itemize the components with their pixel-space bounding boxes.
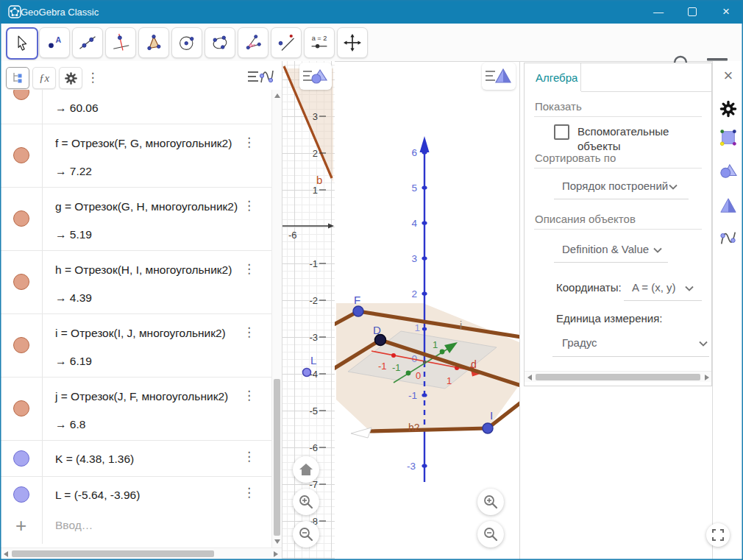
tool-polygon[interactable]	[138, 27, 169, 58]
coordinates-label: Координаты:	[556, 281, 622, 294]
object-visibility-dot[interactable]	[13, 450, 29, 467]
tool-line[interactable]	[72, 27, 103, 58]
scroll-left-arrow[interactable]	[4, 551, 8, 557]
tool-move-graphics[interactable]	[337, 27, 368, 58]
object-visibility-dot[interactable]	[13, 337, 29, 353]
scroll-right-arrow[interactable]	[705, 375, 709, 380]
panel-divider[interactable]	[519, 61, 520, 560]
svg-text:-6: -6	[309, 442, 318, 453]
sort-by-dropdown[interactable]: Порядок построений	[562, 180, 668, 192]
global-settings-button[interactable]	[719, 100, 737, 118]
tool-slider[interactable]: a = 2	[304, 27, 335, 58]
point-F[interactable]	[353, 306, 363, 316]
object-visibility-dot[interactable]	[13, 486, 29, 503]
y-axis-tick	[406, 371, 411, 376]
maximize-button[interactable]	[675, 0, 709, 24]
algebra-row[interactable]: i = Отрезок(I, J, многоугольник2)→ 6.19⋮	[0, 314, 271, 378]
tool-move-pointer[interactable]	[6, 27, 38, 60]
object-visibility-dot[interactable]	[13, 90, 29, 100]
home-button[interactable]	[293, 456, 319, 483]
perpendicular-line-icon	[110, 32, 132, 54]
graphics-2d-stylebar-button[interactable]	[299, 63, 332, 90]
algebra-settings-button[interactable]	[59, 67, 82, 89]
svg-text:1: 1	[313, 185, 318, 196]
object-visibility-dot[interactable]	[13, 147, 29, 163]
coordinates-dropdown[interactable]: A = (x, y)	[632, 281, 676, 294]
svg-text:2: 2	[411, 288, 417, 300]
algebra-row[interactable]: g = Отрезок(G, H, многоугольник2)→ 5.19⋮	[0, 188, 271, 251]
x-tick-label: -6	[288, 230, 297, 241]
scroll-right-arrow[interactable]	[274, 551, 278, 557]
algebra-horizontal-scrollbar[interactable]	[0, 547, 282, 559]
reflect-icon	[275, 32, 297, 54]
chevron-down-icon[interactable]	[669, 184, 678, 190]
object-visibility-dot[interactable]	[13, 400, 29, 417]
tool-circle[interactable]	[171, 27, 202, 58]
row-menu-kebab-icon[interactable]: ⋮	[243, 199, 255, 212]
fullscreen-icon	[712, 529, 724, 541]
scroll-thumb[interactable]	[274, 379, 280, 536]
row-menu-kebab-icon[interactable]: ⋮	[243, 263, 255, 275]
scroll-thumb[interactable]	[536, 374, 700, 380]
algebra-row[interactable]: → 60.06	[0, 90, 271, 124]
function-inspector-button[interactable]	[719, 229, 737, 247]
sort-objects-button[interactable]	[246, 68, 274, 87]
tool-angle[interactable]: α	[238, 27, 269, 58]
point-L[interactable]	[303, 369, 311, 377]
graphics-3d-stylebar-button[interactable]	[482, 63, 516, 90]
algebra-row[interactable]: K = (4.38, 1.36)⋮	[0, 441, 271, 477]
input-help-fx-button[interactable]: ƒx	[32, 67, 56, 89]
svg-text:-1: -1	[392, 362, 401, 373]
scroll-down-arrow[interactable]	[274, 539, 280, 544]
object-definition: K = (4.38, 1.36)	[55, 444, 134, 474]
tab-algebra[interactable]: Алгебра	[525, 63, 581, 91]
graphics-3d-settings-button[interactable]	[719, 197, 737, 215]
tool-point[interactable]: A	[39, 27, 70, 58]
zoom-out-button-3d[interactable]	[477, 521, 504, 547]
scroll-thumb[interactable]	[12, 550, 214, 557]
zoom-in-button-3d[interactable]	[477, 489, 504, 515]
svg-text:0: 0	[416, 370, 421, 381]
algebra-row[interactable]: f = Отрезок(F, G, многоугольник2)→ 7.22⋮	[0, 124, 271, 188]
row-menu-kebab-icon[interactable]: ⋮	[243, 450, 255, 463]
chevron-down-icon[interactable]	[653, 247, 662, 253]
point-I-label: I	[490, 409, 493, 422]
algebra-row[interactable]: h = Отрезок(H, I, многоугольник2)→ 4.39⋮	[0, 251, 271, 314]
row-menu-kebab-icon[interactable]: ⋮	[243, 486, 255, 499]
chevron-down-icon[interactable]	[685, 286, 694, 291]
scroll-up-arrow[interactable]	[274, 93, 280, 98]
object-visibility-dot[interactable]	[13, 210, 29, 227]
zoom-out-button-2d[interactable]	[293, 521, 319, 547]
zoom-in-button-2d[interactable]	[293, 489, 319, 515]
scroll-left-arrow[interactable]	[527, 375, 532, 380]
minimize-button[interactable]: —	[641, 0, 675, 24]
add-object-plus-icon[interactable]: +	[0, 507, 43, 544]
graphics2-settings-button[interactable]	[719, 163, 737, 180]
tool-reflect[interactable]	[271, 27, 302, 58]
close-button[interactable]: ×	[709, 0, 743, 24]
fullscreen-button[interactable]	[706, 523, 730, 547]
slider-label: a = 2	[312, 35, 327, 42]
section-divider	[534, 116, 702, 117]
point-I[interactable]	[483, 423, 493, 433]
algebra-row[interactable]: j = Отрезок(J, F, многоугольник2)→ 6.8⋮	[0, 378, 271, 441]
tool-conic[interactable]	[205, 27, 235, 58]
unit-dropdown[interactable]: Градус	[562, 336, 597, 349]
graphics-3d-scene[interactable]: 6 5 4 3 2 1 0 -1 -3 -1 0 1 -1 1	[335, 61, 519, 560]
graphics-settings-button[interactable]	[719, 129, 737, 146]
settings-horizontal-scrollbar[interactable]	[525, 371, 711, 382]
tool-perpendicular-line[interactable]	[105, 27, 136, 58]
chevron-down-icon[interactable]	[699, 341, 708, 347]
row-menu-kebab-icon[interactable]: ⋮	[243, 389, 255, 402]
auxiliary-objects-checkbox[interactable]	[554, 124, 569, 140]
close-panel-button[interactable]: ×	[718, 65, 739, 86]
object-visibility-dot[interactable]	[13, 274, 29, 290]
row-menu-kebab-icon[interactable]: ⋮	[243, 326, 255, 339]
algebra-input-field[interactable]	[43, 507, 271, 544]
algebra-menu-kebab[interactable]: ⋮	[85, 68, 100, 87]
algebra-vertical-scrollbar[interactable]	[271, 90, 282, 547]
construction-protocol-button[interactable]	[6, 67, 29, 89]
row-menu-kebab-icon[interactable]: ⋮	[243, 136, 255, 149]
algebra-input-row[interactable]: +	[0, 507, 271, 544]
object-description-dropdown[interactable]: Definition & Value	[562, 243, 649, 255]
